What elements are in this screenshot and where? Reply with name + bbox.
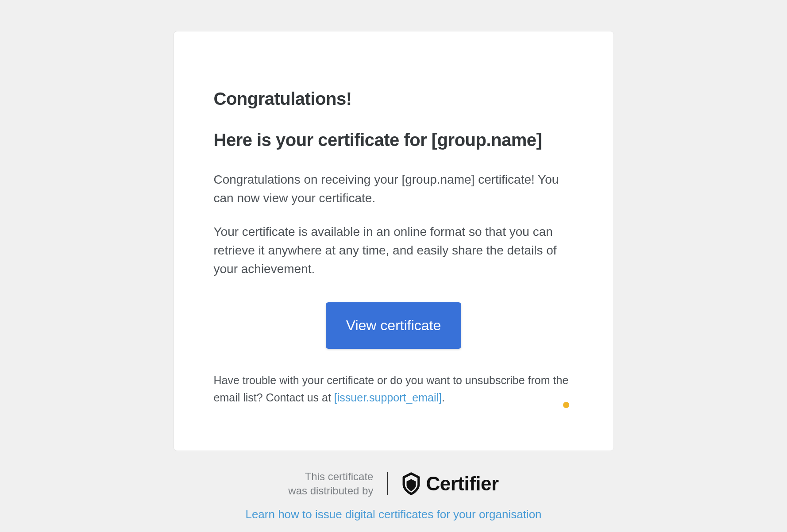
button-wrapper: View certificate — [214, 302, 574, 349]
distributed-row: This certificate was distributed by Cert… — [288, 470, 498, 498]
certifier-logo-icon — [402, 472, 421, 495]
view-certificate-button[interactable]: View certificate — [326, 302, 462, 349]
help-text: Have trouble with your certificate or do… — [214, 372, 574, 406]
distributed-line-1: This certificate — [305, 470, 374, 482]
availability-paragraph: Your certificate is available in an onli… — [214, 223, 574, 278]
distributed-by-text: This certificate was distributed by — [288, 470, 373, 498]
footer: This certificate was distributed by Cert… — [245, 470, 541, 522]
learn-more-link[interactable]: Learn how to issue digital certificates … — [245, 508, 541, 521]
congratulations-heading: Congratulations! — [214, 89, 574, 109]
vertical-divider — [387, 472, 388, 495]
brand-name-text: Certifier — [426, 473, 498, 495]
certificate-heading: Here is your certificate for [group.name… — [214, 130, 574, 150]
distributed-line-2: was distributed by — [288, 485, 373, 497]
notification-dot-icon — [563, 402, 569, 408]
page-container: Congratulations! Here is your certificat… — [0, 0, 787, 521]
certifier-logo: Certifier — [402, 472, 498, 495]
help-text-suffix: . — [442, 391, 445, 404]
intro-paragraph: Congratulations on receiving your [group… — [214, 170, 574, 208]
support-email-link[interactable]: [issuer.support_email] — [334, 391, 442, 404]
email-card: Congratulations! Here is your certificat… — [174, 31, 614, 451]
